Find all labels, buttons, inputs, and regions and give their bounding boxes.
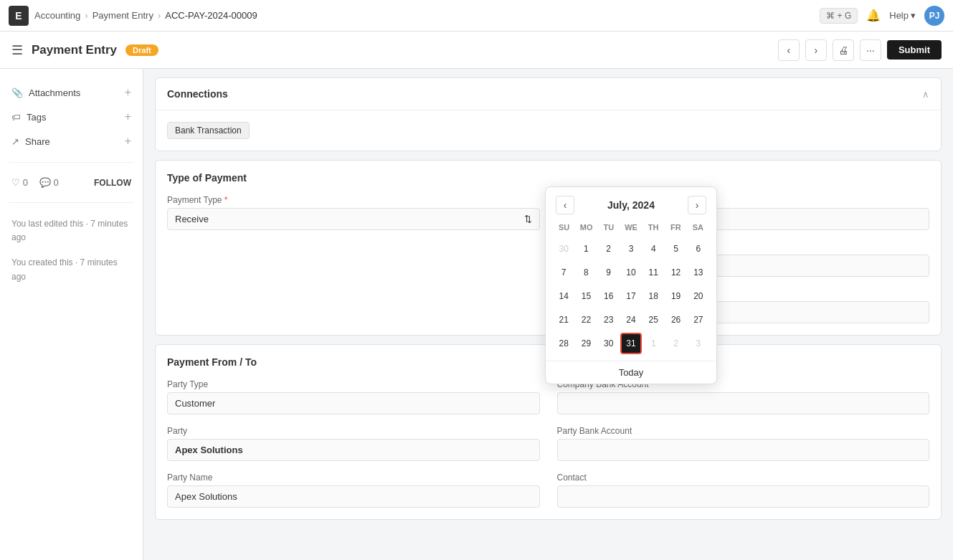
- tags-label: Tags: [27, 112, 46, 123]
- today-button[interactable]: Today: [546, 361, 716, 384]
- cal-day-16[interactable]: 16: [598, 285, 620, 307]
- cal-day-24[interactable]: 24: [620, 309, 642, 331]
- party-name-input[interactable]: Apex Solutions: [167, 485, 540, 508]
- calendar[interactable]: ‹ July, 2024 › SU MO TU WE TH FR SA 30 1…: [545, 186, 717, 384]
- payment-type-select[interactable]: Receive ⇅: [167, 208, 540, 230]
- cal-day-8[interactable]: 8: [575, 262, 597, 283]
- follow-button[interactable]: FOLLOW: [94, 178, 131, 188]
- cal-day-13[interactable]: 13: [688, 262, 709, 283]
- party-type-group: Party Type Customer: [167, 379, 540, 414]
- connections-header: Connections ∧: [156, 78, 941, 110]
- cal-day-31[interactable]: 31: [620, 333, 642, 354]
- cal-day-21[interactable]: 21: [553, 309, 574, 331]
- party-bank-account-input[interactable]: [557, 439, 930, 461]
- likes-count: ♡ 0: [11, 177, 28, 188]
- cal-day-prev-30[interactable]: 30: [553, 238, 574, 260]
- breadcrumb-doc-id: ACC-PAY-2024-00009: [165, 10, 257, 21]
- cal-day-6[interactable]: 6: [688, 238, 709, 260]
- cal-day-next-2[interactable]: 2: [665, 333, 687, 354]
- breadcrumb-accounting[interactable]: Accounting: [34, 10, 80, 21]
- calendar-header: ‹ July, 2024 ›: [546, 187, 716, 220]
- sidebar-item-share[interactable]: ↗ Share +: [9, 129, 134, 153]
- cal-day-2[interactable]: 2: [598, 238, 620, 260]
- cal-day-12[interactable]: 12: [665, 262, 687, 283]
- cal-day-1[interactable]: 1: [575, 238, 597, 260]
- party-type-input[interactable]: Customer: [167, 392, 540, 414]
- cal-day-14[interactable]: 14: [553, 285, 574, 307]
- connections-collapse-icon[interactable]: ∧: [922, 89, 929, 100]
- cal-day-3[interactable]: 3: [620, 238, 642, 260]
- company-bank-account-group: Company Bank Account: [557, 379, 930, 414]
- cal-day-9[interactable]: 9: [598, 262, 620, 283]
- cal-day-17[interactable]: 17: [620, 285, 642, 307]
- cal-day-18[interactable]: 18: [643, 285, 664, 307]
- cal-day-10[interactable]: 10: [620, 262, 642, 283]
- avatar[interactable]: PJ: [924, 6, 944, 26]
- connections-body: Bank Transaction: [156, 110, 941, 151]
- cal-day-27[interactable]: 27: [688, 309, 709, 331]
- add-tag-icon[interactable]: +: [125, 110, 131, 123]
- cal-day-19[interactable]: 19: [665, 285, 687, 307]
- breadcrumb-payment-entry[interactable]: Payment Entry: [93, 10, 153, 21]
- contact-label: Contact: [557, 473, 930, 483]
- sidebar-item-tags[interactable]: 🏷 Tags +: [9, 105, 134, 129]
- doc-actions: ‹ › 🖨 ··· Submit: [778, 39, 942, 61]
- party-label: Party: [167, 426, 540, 436]
- calendar-month-year: July, 2024: [607, 199, 655, 211]
- party-bank-account-group: Party Bank Account: [557, 426, 930, 461]
- next-doc-button[interactable]: ›: [805, 39, 827, 61]
- calendar-grid: SU MO TU WE TH FR SA 30 1 2 3 4 5 6 7 8: [546, 220, 716, 361]
- comments-count: 💬 0: [39, 177, 59, 188]
- payment-from-to-form: Party Type Customer Company Bank Account…: [156, 368, 941, 519]
- cal-day-next-1[interactable]: 1: [643, 333, 664, 354]
- calendar-month: July,: [607, 199, 630, 211]
- cal-day-26[interactable]: 26: [665, 309, 687, 331]
- add-share-icon[interactable]: +: [125, 135, 131, 148]
- more-options-button[interactable]: ···: [860, 39, 881, 61]
- cal-day-30[interactable]: 30: [598, 333, 620, 354]
- prev-doc-button[interactable]: ‹: [778, 39, 800, 61]
- cal-day-next-3[interactable]: 3: [688, 333, 709, 354]
- cal-day-29[interactable]: 29: [575, 333, 597, 354]
- weekday-tu: TU: [597, 220, 620, 234]
- calendar-prev-button[interactable]: ‹: [556, 196, 574, 214]
- cal-day-20[interactable]: 20: [688, 285, 709, 307]
- party-input[interactable]: Apex Solutions: [167, 439, 540, 461]
- print-button[interactable]: 🖨: [833, 39, 854, 61]
- topbar-right: ⌘ + G 🔔 Help ▾ PJ: [820, 6, 944, 26]
- search-shortcut[interactable]: ⌘ + G: [820, 8, 858, 24]
- payment-type-label: Payment Type *: [167, 195, 540, 205]
- bank-transaction-tag[interactable]: Bank Transaction: [167, 122, 250, 139]
- submit-button[interactable]: Submit: [887, 40, 942, 60]
- connections-title: Connections: [167, 88, 228, 100]
- share-label: Share: [25, 136, 50, 147]
- calendar-next-button[interactable]: ›: [688, 196, 706, 214]
- tags-icon: 🏷: [11, 112, 21, 123]
- contact-input[interactable]: [557, 485, 930, 508]
- cal-day-23[interactable]: 23: [598, 309, 620, 331]
- sidebar-item-attachments[interactable]: 📎 Attachments +: [9, 80, 134, 105]
- cal-day-22[interactable]: 22: [575, 309, 597, 331]
- cal-day-15[interactable]: 15: [575, 285, 597, 307]
- cal-day-11[interactable]: 11: [643, 262, 664, 283]
- cal-day-7[interactable]: 7: [553, 262, 574, 283]
- weekday-su: SU: [553, 220, 575, 234]
- cal-day-4[interactable]: 4: [643, 238, 664, 260]
- cal-day-25[interactable]: 25: [643, 309, 664, 331]
- required-star: *: [224, 195, 228, 205]
- company-bank-account-input[interactable]: [557, 392, 930, 414]
- doc-header: ☰ Payment Entry Draft ‹ › 🖨 ··· Submit: [0, 32, 953, 69]
- share-icon: ↗: [11, 136, 19, 147]
- hamburger-icon[interactable]: ☰: [11, 42, 23, 58]
- party-name-group: Party Name Apex Solutions: [167, 473, 540, 508]
- party-bank-account-label: Party Bank Account: [557, 426, 930, 436]
- add-attachment-icon[interactable]: +: [125, 86, 131, 99]
- help-button[interactable]: Help ▾: [889, 10, 916, 21]
- cal-day-5[interactable]: 5: [665, 238, 687, 260]
- sidebar: 📎 Attachments + 🏷 Tags + ↗ Share + ♡ 0 💬…: [0, 69, 143, 560]
- notification-bell-icon[interactable]: 🔔: [866, 9, 881, 22]
- party-type-label: Party Type: [167, 379, 540, 389]
- app-logo: E: [9, 6, 29, 26]
- cal-day-28[interactable]: 28: [553, 333, 574, 354]
- calendar-year: 2024: [632, 199, 655, 211]
